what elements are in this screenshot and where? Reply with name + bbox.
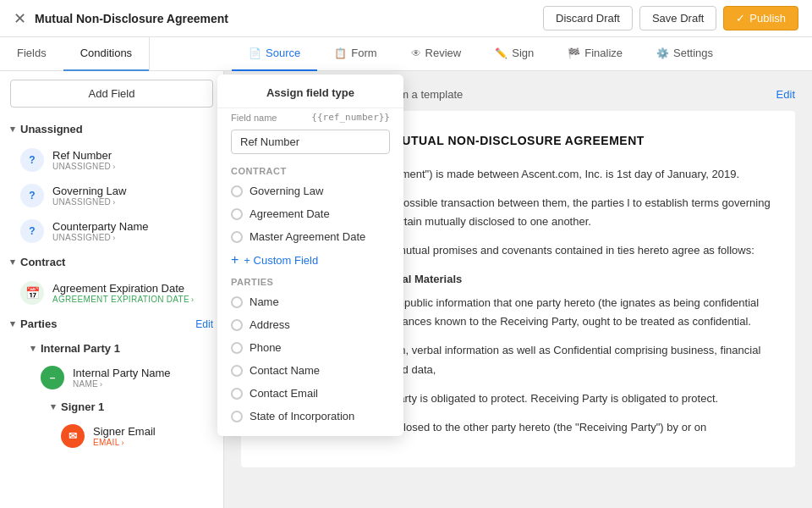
assign-field-type-popup: Assign field type Field name {{ref_numbe…: [217, 75, 403, 436]
popup-option-contact-name[interactable]: Contact Name: [217, 359, 403, 382]
popup-option-address[interactable]: Address: [217, 313, 403, 336]
arrow-icon: ›: [100, 380, 102, 389]
close-button[interactable]: ✕: [14, 11, 26, 26]
popup-field-ref: {{ref_number}}: [311, 112, 390, 123]
list-item[interactable]: ? Governing Law UNASSIGNED ›: [0, 178, 223, 213]
popup-field-name-row: Field name {{ref_number}}: [217, 108, 403, 126]
left-tabs: Fields Conditions: [0, 37, 150, 71]
popup-field-name-input[interactable]: [231, 130, 390, 154]
list-item[interactable]: ? Ref Number UNASSIGNED ›: [0, 142, 223, 178]
discard-draft-button[interactable]: Discard Draft: [543, 6, 633, 30]
field-info: Internal Party Name NAME ›: [73, 367, 213, 389]
field-info: Signer Email EMAIL ›: [93, 425, 213, 447]
parties-edit-link[interactable]: Edit: [195, 318, 213, 330]
settings-tab-icon: ⚙️: [656, 47, 669, 59]
section-unassigned-header[interactable]: ▾ Unassigned: [0, 116, 223, 142]
popup-header: Assign field type: [217, 75, 403, 108]
source-tab-icon: 📄: [249, 47, 261, 59]
section-unassigned-label: ▾ Unassigned: [10, 123, 83, 135]
field-type-icon: ✉: [61, 424, 85, 448]
section-contract-header[interactable]: ▾ Contract: [0, 249, 223, 275]
main-layout: Add Field ▾ Unassigned ? Ref Number UNAS…: [0, 71, 812, 508]
radio-name[interactable]: [231, 296, 243, 308]
radio-agreement-date[interactable]: [231, 208, 243, 220]
popup-option-state-of-incorporation[interactable]: State of Incorporation: [217, 405, 403, 428]
field-info: Ref Number UNASSIGNED ›: [52, 149, 213, 171]
radio-contact-name[interactable]: [231, 365, 243, 377]
tab-review[interactable]: 👁 Review: [394, 37, 479, 71]
sign-tab-icon: ✏️: [495, 47, 508, 59]
review-tab-icon: 👁: [411, 47, 421, 59]
arrow-icon: ›: [112, 234, 115, 242]
popup-option-master-agreement-date[interactable]: Master Agreement Date: [217, 225, 403, 248]
chevron-down-icon: ▾: [10, 318, 15, 329]
custom-field-add[interactable]: + + Custom Field: [217, 248, 403, 272]
plus-icon: +: [231, 253, 239, 267]
document-title: Mutual Non-Disclosure Agreement: [35, 12, 228, 25]
tab-fields[interactable]: Fields: [0, 37, 63, 71]
field-info: Counterparty Name UNASSIGNED ›: [52, 220, 213, 242]
radio-master-agreement-date[interactable]: [231, 231, 243, 243]
chevron-down-icon: ▾: [10, 257, 15, 268]
radio-governing-law[interactable]: [231, 185, 243, 197]
list-item[interactable]: ✉ Signer Email EMAIL ›: [41, 418, 223, 454]
sidebar: Add Field ▾ Unassigned ? Ref Number UNAS…: [0, 71, 224, 508]
chevron-down-icon: ▾: [10, 124, 15, 135]
topbar-right: Discard Draft Save Draft ✓ Publish: [543, 6, 798, 30]
popup-option-name[interactable]: Name: [217, 290, 403, 313]
tab-source[interactable]: 📄 Source: [232, 37, 317, 71]
field-type-icon: 📅: [20, 281, 44, 305]
check-icon: ✓: [736, 12, 745, 25]
arrow-icon: ›: [112, 163, 115, 171]
popup-option-phone[interactable]: Phone: [217, 336, 403, 359]
radio-phone[interactable]: [231, 342, 243, 354]
arrow-icon: ›: [191, 295, 194, 304]
save-draft-button[interactable]: Save Draft: [639, 6, 716, 30]
field-type-icon: ?: [20, 184, 44, 207]
tab-finalize[interactable]: 🏁 Finalize: [551, 37, 639, 71]
form-tab-icon: 📋: [334, 47, 347, 59]
chevron-down-icon: ▾: [30, 343, 36, 354]
list-item[interactable]: – Internal Party Name NAME ›: [20, 360, 223, 395]
internal-party-header[interactable]: ▾ Internal Party 1: [20, 337, 223, 360]
popup-parties-section-label: PARTIES: [217, 272, 403, 290]
tab-settings[interactable]: ⚙️ Settings: [639, 37, 730, 71]
section-contract-label: ▾ Contract: [10, 256, 65, 268]
popup-field-name-label: Field name: [231, 113, 277, 123]
section-parties-label: ▾ Parties: [10, 318, 57, 330]
topbar-left: ✕ Mutual Non-Disclosure Agreement: [14, 11, 228, 26]
tab-conditions[interactable]: Conditions: [63, 37, 149, 71]
arrow-icon: ›: [112, 198, 115, 207]
tabbar: Fields Conditions 📄 Source 📋 Form 👁 Revi…: [0, 37, 812, 71]
doc-edit-link[interactable]: Edit: [776, 88, 795, 101]
radio-state-of-incorporation[interactable]: [231, 411, 243, 422]
arrow-icon: ›: [122, 439, 124, 447]
popup-option-contact-email[interactable]: Contact Email: [217, 382, 403, 405]
center-tabs: 📄 Source 📋 Form 👁 Review ✏️ Sign 🏁 Final…: [150, 37, 812, 71]
popup-option-governing-law[interactable]: Governing Law: [217, 179, 403, 202]
topbar: ✕ Mutual Non-Disclosure Agreement Discar…: [0, 0, 812, 37]
radio-address[interactable]: [231, 319, 243, 331]
internal-party-section: ▾ Internal Party 1 – Internal Party Name…: [0, 337, 223, 454]
field-info: Governing Law UNASSIGNED ›: [52, 185, 213, 207]
chevron-down-icon: ▾: [51, 401, 56, 412]
section-parties-header[interactable]: ▾ Parties Edit: [0, 311, 223, 337]
signer-header[interactable]: ▾ Signer 1: [41, 395, 223, 418]
tab-form[interactable]: 📋 Form: [317, 37, 393, 71]
add-field-button[interactable]: Add Field: [10, 80, 213, 108]
list-item[interactable]: ? Counterparty Name UNASSIGNED ›: [0, 213, 223, 249]
field-info: Agreement Expiration Date AGREEMENT EXPI…: [52, 282, 213, 304]
field-type-icon: –: [41, 366, 64, 389]
signer-section: ▾ Signer 1 ✉ Signer Email EMAIL ›: [20, 395, 223, 454]
popup-contract-section-label: CONTRACT: [217, 161, 403, 179]
publish-button[interactable]: ✓ Publish: [723, 6, 798, 30]
finalize-tab-icon: 🏁: [568, 47, 580, 59]
field-type-icon: ?: [20, 219, 44, 243]
field-type-icon: ?: [20, 148, 44, 172]
tab-sign[interactable]: ✏️ Sign: [478, 37, 551, 71]
list-item[interactable]: 📅 Agreement Expiration Date AGREEMENT EX…: [0, 275, 223, 311]
radio-contact-email[interactable]: [231, 388, 243, 400]
popup-option-agreement-date[interactable]: Agreement Date: [217, 202, 403, 225]
